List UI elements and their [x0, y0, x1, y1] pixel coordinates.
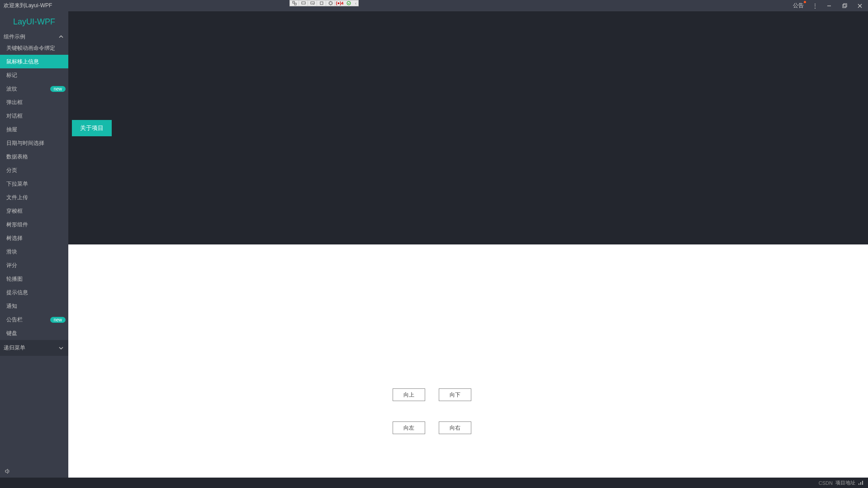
sidebar-item-datetime[interactable]: 日期与时间选择 — [0, 136, 68, 150]
sidebar-item-label: 弹出框 — [6, 99, 23, 106]
sidebar-group-recursive-menu[interactable]: 递归菜单 — [0, 340, 68, 356]
sidebar-item-label: 提示信息 — [6, 289, 28, 297]
svg-rect-9 — [859, 483, 859, 485]
sidebar-item-label: 轮播图 — [6, 275, 23, 283]
sidebar-item-ripple[interactable]: 波纹new — [0, 82, 68, 96]
sidebar-item-label: 对话框 — [6, 112, 23, 120]
sidebar-item-label: 数据表格 — [6, 153, 28, 161]
sidebar-menu: 组件示例 关键帧动画命令绑定 鼠标移上信息 标记 波纹new 弹出框 对话框 抽… — [0, 32, 68, 465]
sidebar-item-label: 下拉菜单 — [6, 180, 28, 188]
sidebar-item-datagrid[interactable]: 数据表格 — [0, 150, 68, 163]
sidebar-item-label: 通知 — [6, 302, 17, 310]
left-button[interactable]: 向左 — [393, 421, 425, 434]
sidebar-item-treeselect[interactable]: 树选择 — [0, 231, 68, 245]
sidebar: LayUI-WPF 组件示例 关键帧动画命令绑定 鼠标移上信息 标记 波纹new… — [0, 11, 68, 478]
sidebar-item-slider[interactable]: 滑块 — [0, 245, 68, 258]
sidebar-item-dialog[interactable]: 对话框 — [0, 109, 68, 123]
svg-rect-7 — [843, 5, 846, 8]
sidebar-item-transfer[interactable]: 穿梭框 — [0, 204, 68, 218]
svg-rect-10 — [860, 482, 861, 485]
svg-rect-3 — [311, 2, 314, 4]
sidebar-item-popup[interactable]: 弹出框 — [0, 96, 68, 109]
down-button[interactable]: 向下 — [439, 388, 471, 401]
svg-rect-1 — [294, 3, 296, 5]
svg-rect-0 — [293, 1, 294, 3]
svg-rect-8 — [844, 4, 847, 7]
sidebar-item-label: 鼠标移上信息 — [6, 58, 39, 66]
content-area: 向上 向下 向左 向右 — [68, 244, 868, 478]
sidebar-item-keyboard[interactable]: 键盘 — [0, 326, 68, 340]
chevron-up-icon — [58, 34, 64, 39]
footer-bar: CSDN 项目地址 — [0, 478, 868, 488]
window-title: 欢迎来到Layui-WPF — [0, 2, 52, 10]
sidebar-item-rate[interactable]: 评分 — [0, 258, 68, 272]
header-bar: 关于项目 — [68, 11, 868, 244]
sidebar-item-dropdown[interactable]: 下拉菜单 — [0, 177, 68, 191]
svg-rect-11 — [862, 481, 863, 485]
sidebar-item-label: 树选择 — [6, 234, 23, 242]
sidebar-item-label: 标记 — [6, 72, 17, 79]
svg-point-6 — [347, 1, 351, 5]
sidebar-item-label: 树形组件 — [6, 221, 28, 229]
up-button[interactable]: 向上 — [393, 388, 425, 401]
sidebar-item-tree[interactable]: 树形组件 — [0, 218, 68, 231]
sidebar-item-badge[interactable]: 标记 — [0, 68, 68, 82]
sidebar-item-hover-info[interactable]: 鼠标移上信息 — [0, 55, 68, 68]
project-link[interactable]: 项目地址 — [835, 479, 855, 486]
sidebar-item-bulletin[interactable]: 公告栏new — [0, 313, 68, 326]
debug-screen-icon[interactable] — [299, 0, 308, 6]
svg-rect-5 — [329, 2, 332, 5]
brand-logo: LayUI-WPF — [13, 17, 55, 27]
sidebar-item-pagination[interactable]: 分页 — [0, 163, 68, 177]
about-project-button[interactable]: 关于项目 — [72, 120, 112, 136]
brand-row: LayUI-WPF — [0, 11, 68, 32]
sidebar-item-label: 评分 — [6, 262, 17, 269]
sidebar-item-label: 穿梭框 — [6, 207, 23, 215]
sidebar-item-label: 波纹 — [6, 85, 17, 93]
sidebar-item-label: 文件上传 — [6, 194, 28, 201]
debug-tree-icon[interactable] — [290, 0, 299, 6]
sidebar-item-drawer[interactable]: 抽屉 — [0, 123, 68, 136]
svg-rect-4 — [320, 2, 323, 5]
csdn-watermark: CSDN — [819, 480, 833, 486]
debug-error-count[interactable]: (●)4 — [335, 0, 344, 6]
sidebar-item-label: 键盘 — [6, 330, 17, 337]
sidebar-item-keyframe[interactable]: 关键帧动画命令绑定 — [0, 41, 68, 55]
sidebar-item-label: 公告栏 — [6, 316, 23, 324]
sidebar-item-tip[interactable]: 提示信息 — [0, 286, 68, 299]
debug-ok-icon[interactable] — [344, 0, 353, 6]
debug-collapse-icon[interactable]: ‹ — [353, 1, 358, 6]
sidebar-group-components[interactable]: 组件示例 — [0, 32, 68, 41]
new-badge: new — [50, 86, 66, 92]
maximize-icon[interactable] — [842, 3, 849, 9]
close-icon[interactable] — [857, 3, 864, 9]
sidebar-item-carousel[interactable]: 轮播图 — [0, 272, 68, 286]
sidebar-item-label: 关键帧动画命令绑定 — [6, 44, 55, 52]
minimize-icon[interactable] — [826, 3, 834, 9]
titlebar: 欢迎来到Layui-WPF (●)4 ‹ 公告 ⋮ — [0, 0, 868, 11]
debug-toolbar: (●)4 ‹ — [289, 0, 359, 6]
chevron-down-icon — [58, 345, 64, 351]
debug-select-icon[interactable] — [308, 0, 317, 6]
right-button[interactable]: 向右 — [439, 421, 471, 434]
sidebar-item-label: 滑块 — [6, 248, 17, 256]
debug-box-icon[interactable] — [317, 0, 326, 6]
sidebar-group-label: 组件示例 — [4, 33, 25, 41]
sidebar-item-notify[interactable]: 通知 — [0, 299, 68, 313]
sidebar-item-label: 分页 — [6, 167, 17, 174]
svg-rect-2 — [302, 2, 305, 4]
more-menu-icon[interactable]: ⋮ — [812, 2, 818, 10]
sound-icon[interactable] — [0, 465, 68, 478]
announce-link[interactable]: 公告 — [793, 2, 804, 10]
sidebar-item-label: 抽屉 — [6, 126, 17, 134]
debug-target-icon[interactable] — [326, 0, 335, 6]
new-badge: new — [50, 317, 66, 323]
signal-icon — [858, 481, 863, 485]
sidebar-item-label: 日期与时间选择 — [6, 139, 44, 147]
sidebar-item-upload[interactable]: 文件上传 — [0, 191, 68, 204]
sidebar-group-label: 递归菜单 — [4, 344, 25, 352]
